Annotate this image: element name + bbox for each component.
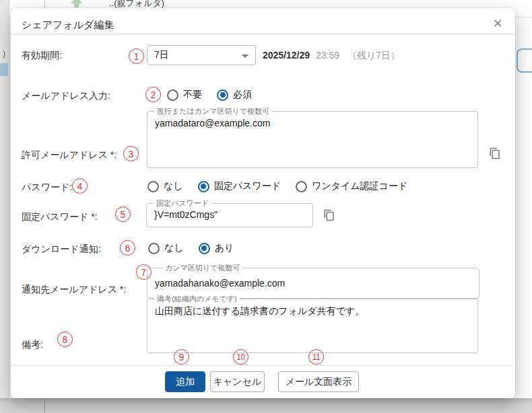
radio-option-required[interactable]: 必須 <box>217 89 252 101</box>
radio-option-onetime-code[interactable]: ワンタイム認証コード <box>296 180 407 192</box>
radio-password-none-label[interactable]: なし <box>164 180 183 192</box>
radio-onetime-code-label[interactable]: ワンタイム認証コード <box>312 180 407 192</box>
background-divider-fragment <box>515 17 532 17</box>
email-required-label: メールアドレス入力: <box>22 90 110 102</box>
allowed-emails-hint: 改行またはカンマ区切りで複数可 <box>154 106 272 116</box>
download-notify-radio-group: なし あり <box>148 241 248 255</box>
dialog-title: シェアフォルダ編集 <box>22 19 114 32</box>
background-bottom-band <box>0 398 532 413</box>
radio-option-fixed-password[interactable]: 固定パスワード <box>198 180 281 192</box>
background-button-fragment[interactable] <box>517 48 532 73</box>
background-table-border-bottom <box>44 398 45 413</box>
expiry-remaining: （残り7日） <box>347 50 400 61</box>
remarks-textarea[interactable]: 備考(組織内のメモです) 山田商店に送付する請求書のフォルダ共有です。 <box>147 299 478 353</box>
validity-select-value: 7日 <box>154 49 169 61</box>
title-divider <box>11 34 515 34</box>
radio-notify-none[interactable] <box>148 243 160 254</box>
radio-fixed-password[interactable] <box>198 181 209 192</box>
background-selection-fragment <box>0 63 8 76</box>
remarks-label: 備考: <box>22 339 43 351</box>
radio-option-notify-on[interactable]: あり <box>199 242 234 254</box>
fixed-password-label: 固定パスワード *: <box>22 211 98 223</box>
chevron-down-icon <box>242 54 248 58</box>
add-button[interactable]: 追加 <box>165 371 205 392</box>
copy-icon[interactable] <box>488 147 502 161</box>
radio-required[interactable] <box>217 89 228 101</box>
download-notify-label: ダウンロード通知: <box>22 243 101 256</box>
remarks-hint: 備考(組織内のメモです) <box>154 294 240 303</box>
allowed-emails-label: 許可メールアドレス *: <box>22 149 117 161</box>
fixed-password-input[interactable]: 固定パスワード }V=mt0zCmgs" <box>146 203 313 227</box>
annotation-badge-5: 5 <box>115 206 131 222</box>
radio-not-required-label[interactable]: 不要 <box>183 89 202 101</box>
radio-notify-on[interactable] <box>199 243 210 254</box>
annotation-badge-3: 3 <box>123 146 139 161</box>
radio-notify-none-label[interactable]: なし <box>164 242 184 254</box>
email-required-radio-group: 不要 必須 <box>167 88 267 102</box>
password-type-label: パスワード: <box>22 182 72 194</box>
expiry-date: 2025/12/29 <box>263 50 310 61</box>
annotation-badge-8: 8 <box>57 332 73 347</box>
copy-password-icon[interactable] <box>323 209 336 223</box>
radio-fixed-password-label[interactable]: 固定パスワード <box>214 180 281 192</box>
radio-option-not-required[interactable]: 不要 <box>167 89 202 101</box>
expiry-time: 23:59 <box>316 50 339 61</box>
close-icon[interactable]: ✕ <box>490 16 505 31</box>
radio-option-password-none[interactable]: なし <box>147 180 183 192</box>
radio-required-label[interactable]: 必須 <box>233 89 252 101</box>
radio-notify-on-label[interactable]: あり <box>215 242 234 254</box>
background-left-strip <box>0 0 9 413</box>
notify-emails-label: 通知先メールアドレス *: <box>22 284 126 296</box>
validity-label: 有効期間: <box>22 50 62 62</box>
mail-preview-button[interactable]: メール文面表示 <box>278 371 359 392</box>
radio-option-notify-none[interactable]: なし <box>148 242 184 254</box>
annotation-badge-1: 1 <box>129 48 144 64</box>
background-fragment-paren: ) <box>3 49 5 59</box>
annotation-badge-11: 11 <box>308 349 324 365</box>
password-type-radio-group: なし 固定パスワード ワンタイム認証コード <box>147 180 422 193</box>
footer-divider <box>11 365 515 366</box>
annotation-badge-7: 7 <box>136 264 152 280</box>
annotation-badge-4: 4 <box>72 178 88 194</box>
annotation-badge-2: 2 <box>145 87 161 102</box>
fixed-password-hint: 固定パスワード <box>154 198 211 208</box>
annotation-badge-9: 9 <box>174 349 189 365</box>
annotation-badge-6: 6 <box>120 240 135 256</box>
validity-select[interactable]: 7日 <box>147 45 256 65</box>
share-folder-edit-dialog: シェアフォルダ編集 ✕ 有効期間: 1 7日 2025/12/29 23:59 … <box>11 8 515 398</box>
annotation-badge-10: 10 <box>233 349 248 365</box>
cancel-button[interactable]: キャンセル <box>210 371 265 392</box>
validity-expiry-text: 2025/12/29 23:59 （残り7日） <box>263 50 400 62</box>
screen: ..(親フォルダ) ) シェアフォルダ編集 ✕ 有効期間: 1 7日 2025/… <box>0 0 532 413</box>
radio-onetime-code[interactable] <box>296 181 307 192</box>
notify-emails-hint: カンマ区切りで複数可 <box>162 263 242 272</box>
radio-password-none[interactable] <box>147 181 159 192</box>
allowed-emails-textarea[interactable]: 改行またはカンマ区切りで複数可 yamadataro@example.com <box>147 111 478 168</box>
radio-not-required[interactable] <box>167 89 178 101</box>
